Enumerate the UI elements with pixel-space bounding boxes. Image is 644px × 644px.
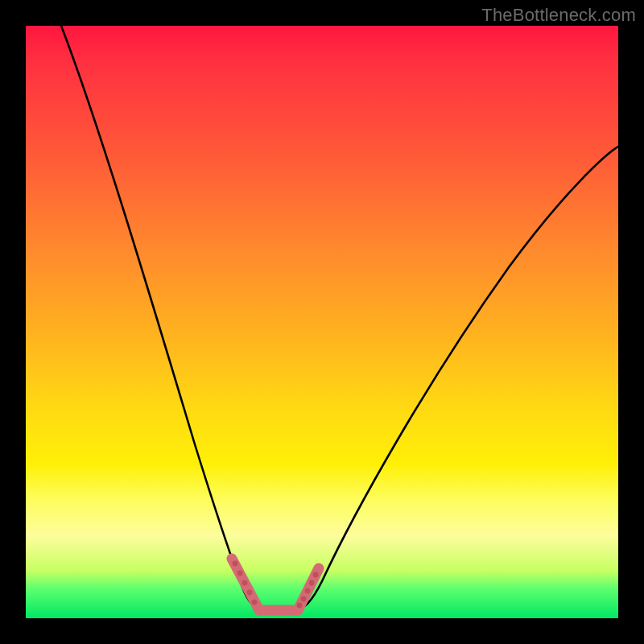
svg-point-0 <box>233 561 238 567</box>
curve-layer <box>26 26 618 618</box>
svg-point-8 <box>301 597 307 602</box>
svg-point-9 <box>297 603 303 609</box>
svg-point-4 <box>252 600 258 605</box>
svg-point-3 <box>247 590 253 596</box>
svg-point-6 <box>309 580 315 586</box>
svg-point-2 <box>242 580 248 586</box>
watermark-text: TheBottleneck.com <box>481 5 636 26</box>
svg-point-7 <box>305 588 311 594</box>
bottleneck-curve <box>61 26 618 612</box>
plot-area <box>26 26 618 618</box>
svg-point-1 <box>237 571 243 576</box>
svg-point-5 <box>313 572 319 578</box>
chart-frame: TheBottleneck.com <box>0 0 644 644</box>
